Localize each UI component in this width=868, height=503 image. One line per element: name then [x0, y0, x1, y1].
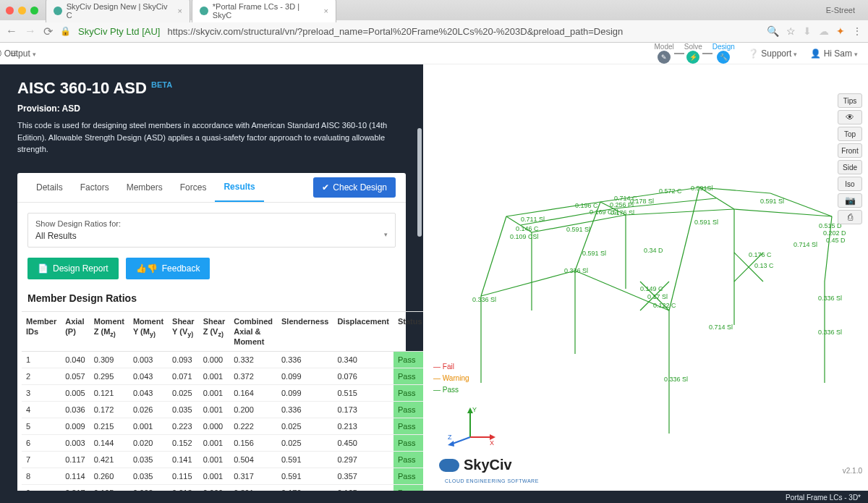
cloud-icon [439, 459, 459, 472]
table-row[interactable]: 30.0050.1210.0430.0250.0010.1640.0990.51… [22, 385, 423, 402]
table-cell: 5 [22, 418, 61, 435]
check-design-button[interactable]: ✔ Check Design [313, 177, 396, 198]
mode-design[interactable]: Design [712, 43, 735, 51]
tab-factors[interactable]: Factors [72, 174, 118, 201]
scrollbar-thumb[interactable] [417, 128, 422, 237]
minimize-icon[interactable] [18, 7, 26, 14]
table-cell: 0.099 [277, 385, 333, 402]
table-cell: 0.035 [168, 402, 199, 418]
table-cell: Pass [393, 468, 423, 485]
address-bar: ← → ⟳ 🔒 SkyCiv Pty Ltd [AU] https://skyc… [0, 20, 868, 42]
ratios-table: Member IDsAxial (P)Moment Z (Mz)Moment Y… [17, 311, 406, 491]
table-row[interactable]: 60.0030.1440.0200.1520.0010.1560.0250.45… [22, 435, 423, 452]
tab-members[interactable]: Members [118, 174, 171, 201]
url-text[interactable]: https://skyciv.com/structural/vn/?preloa… [167, 26, 623, 37]
maximize-icon[interactable] [30, 7, 38, 14]
member-label: 0.336 Sl [818, 329, 842, 336]
browser-tab-2[interactable]: *Portal Frame LCs - 3D | SkyC × [192, 0, 336, 22]
tab-forces[interactable]: Forces [171, 174, 216, 201]
viewport-panel[interactable]: 0.336 Sl0.336 Sl0.146 C0.109 CSl0.711 Sl… [423, 64, 868, 491]
status-text: Portal Frame LCs - 3D* [786, 494, 861, 502]
table-cell: 0.170 [277, 485, 333, 491]
member-label: 0.13 C [754, 262, 774, 269]
favicon-icon [54, 7, 62, 15]
table-cell: 1 [22, 352, 61, 368]
visibility-button[interactable]: 👁 [838, 110, 862, 124]
tips-button[interactable]: Tips [838, 93, 862, 108]
tab-close-icon[interactable]: × [324, 7, 328, 15]
view-top-button[interactable]: Top [838, 127, 862, 141]
support-menu[interactable]: ❔ Support▾ [748, 48, 797, 59]
ext-icon[interactable]: ✦ [836, 25, 845, 37]
col-header: Slenderness [277, 311, 333, 352]
view-front-button[interactable]: Front [838, 143, 862, 158]
table-cell: 0.043 [129, 368, 168, 385]
output-menu[interactable]: 🖵 Output▾ [0, 48, 36, 59]
table-cell: 0.223 [168, 418, 199, 435]
table-row[interactable]: 40.0360.1720.0260.0350.0010.2000.3360.17… [22, 402, 423, 418]
table-cell: 0.035 [129, 468, 168, 485]
table-cell: 0.260 [90, 468, 129, 485]
table-cell: 0.222 [229, 418, 277, 435]
member-label: 0.336 Sl [664, 376, 688, 383]
mode-solve[interactable]: Solve [684, 43, 702, 51]
screenshot-button[interactable]: 📷 [838, 193, 862, 208]
search-icon[interactable]: 🔍 [767, 25, 779, 37]
table-cell: 0.309 [90, 352, 129, 368]
filter-box[interactable]: Show Design Ratios for: All Results▾ [27, 213, 396, 248]
member-label: 0.591 Sl [694, 219, 718, 226]
table-cell: 0.215 [90, 418, 129, 435]
table-row[interactable]: 70.1170.4210.0350.1410.0010.5040.5910.29… [22, 452, 423, 468]
member-label: 0.711 Sl [521, 216, 545, 223]
forward-icon[interactable]: → [25, 25, 36, 38]
view-side-button[interactable]: Side [838, 160, 862, 174]
mode-model[interactable]: Model [655, 43, 674, 51]
col-header: Shear Z (Vz) [199, 311, 230, 352]
view-iso-button[interactable]: Iso [838, 177, 862, 191]
url-org: SkyCiv Pty Ltd [AU] [78, 26, 160, 37]
table-cell: 0.152 [168, 435, 199, 452]
col-header: Member IDs [22, 311, 61, 352]
table-cell: 0.040 [61, 352, 90, 368]
feedback-button[interactable]: 👍👎 Feedback [126, 258, 210, 279]
table-row[interactable]: 80.1140.2600.0350.1150.0010.3170.5910.35… [22, 468, 423, 485]
close-icon[interactable] [6, 7, 14, 14]
user-menu[interactable]: 👤 Hi Sam▾ [810, 48, 858, 59]
menu-icon[interactable]: ⋮ [852, 25, 862, 37]
svg-text:Z: Z [448, 434, 452, 441]
app-top-bar: ≡ 📄 File▾ 🖵 Output▾ Model✎ Solve⚡ Design… [0, 43, 868, 64]
table-cell: 0.336 [277, 402, 333, 418]
table-row[interactable]: 50.0090.2150.0010.2230.0000.2220.0250.21… [22, 418, 423, 435]
table-cell: 0.001 [199, 402, 230, 418]
table-cell: 0.391 [229, 485, 277, 491]
table-cell: 0.217 [61, 485, 90, 491]
star-icon[interactable]: ☆ [786, 25, 796, 37]
table-cell: 0.317 [229, 468, 277, 485]
col-header: Displacement [333, 311, 393, 352]
tab-details[interactable]: Details [27, 174, 72, 201]
window-controls[interactable] [6, 7, 38, 14]
reload-icon[interactable]: ⟳ [43, 25, 53, 38]
browser-tab-1[interactable]: SkyCiv Design New | SkyCiv C × [46, 0, 190, 22]
print-button[interactable]: ⎙ [838, 210, 862, 224]
table-cell: 0.005 [61, 385, 90, 402]
table-cell: 0.515 [333, 385, 393, 402]
cloud-icon[interactable]: ☁ [819, 25, 829, 37]
design-report-button[interactable]: 📄 Design Report [27, 258, 119, 279]
table-row[interactable]: 10.0400.3090.0030.0930.0000.3320.3360.34… [22, 352, 423, 368]
tab-close-icon[interactable]: × [178, 7, 182, 15]
card-tabs: Details Factors Members Forces Results ✔… [17, 173, 406, 203]
table-row[interactable]: 90.2170.1950.0030.0130.0000.3910.1700.10… [22, 485, 423, 491]
main-split: AISC 360-10 ASD BETA Provision: ASD This… [0, 64, 868, 491]
back-icon[interactable]: ← [6, 25, 17, 38]
filter-select[interactable]: All Results▾ [35, 231, 388, 241]
download-icon[interactable]: ⬇ [803, 25, 812, 37]
member-label: 0.34 D [644, 247, 663, 254]
table-cell: 0.164 [229, 385, 277, 402]
table-row[interactable]: 20.0570.2950.0430.0710.0010.3720.0990.07… [22, 368, 423, 385]
provision-label: Provision: ASD [17, 103, 406, 114]
axis-gizmo[interactable]: Y X Z [445, 405, 495, 448]
mode-switcher[interactable]: Model✎ Solve⚡ Design🔧 [655, 43, 735, 64]
tab-results[interactable]: Results [215, 173, 263, 202]
table-cell: 0.000 [199, 352, 230, 368]
